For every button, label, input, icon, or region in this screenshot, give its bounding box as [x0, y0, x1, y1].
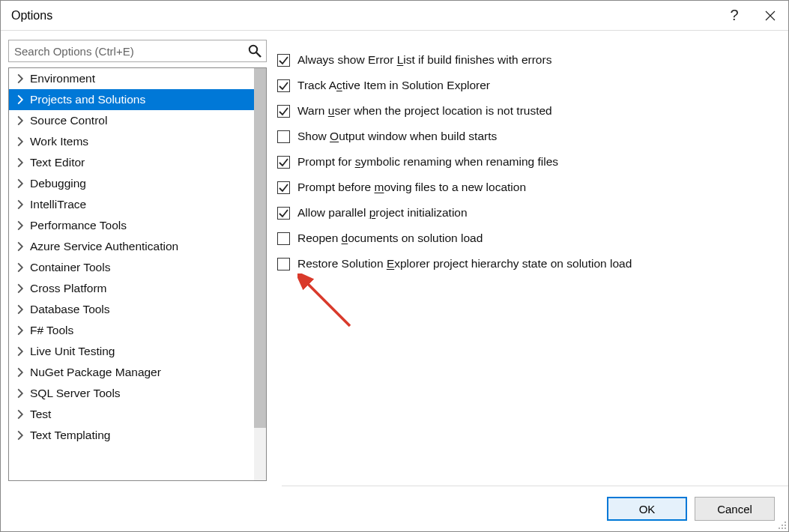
chevron-right-icon — [15, 136, 25, 147]
tree-item[interactable]: Cross Platform — [9, 278, 254, 299]
check-icon — [279, 183, 288, 193]
option-label[interactable]: Always show Error List if build finishes… — [297, 53, 551, 67]
tree-item[interactable]: Database Tools — [9, 299, 254, 320]
tree-item[interactable]: Source Control — [9, 110, 254, 131]
option-checkbox[interactable] — [277, 54, 290, 67]
tree-item-label: Projects and Solutions — [30, 93, 145, 106]
option-row: Always show Error List if build finishes… — [277, 47, 781, 73]
option-label[interactable]: Track Active Item in Solution Explorer — [297, 79, 490, 92]
tree-item[interactable]: Text Editor — [9, 152, 254, 173]
tree-item[interactable]: Projects and Solutions — [9, 89, 254, 110]
option-label[interactable]: Allow parallel project initialization — [297, 206, 468, 220]
titlebar: Options ? — [1, 1, 788, 31]
option-label[interactable]: Show Output window when build starts — [297, 130, 497, 143]
option-row: Track Active Item in Solution Explorer — [277, 73, 781, 98]
tree-item-label: F# Tools — [30, 324, 73, 337]
chevron-right-icon — [15, 346, 25, 357]
option-checkbox[interactable] — [277, 156, 290, 169]
tree-item-label: Azure Service Authentication — [30, 240, 178, 253]
tree-item[interactable]: Text Templating — [9, 425, 254, 446]
tree-item[interactable]: Azure Service Authentication — [9, 236, 254, 257]
chevron-right-icon — [15, 325, 25, 336]
tree-item-label: Test — [30, 408, 51, 421]
check-icon — [279, 157, 288, 167]
tree-item[interactable]: F# Tools — [9, 320, 254, 341]
search-wrapper — [8, 40, 267, 62]
tree-item[interactable]: Live Unit Testing — [9, 341, 254, 362]
chevron-right-icon — [15, 304, 25, 315]
option-label[interactable]: Prompt before moving files to a new loca… — [297, 181, 526, 194]
option-row: Prompt for symbolic renaming when renami… — [277, 149, 781, 175]
tree-item-label: Live Unit Testing — [30, 345, 115, 358]
tree-item-label: Work Items — [30, 135, 88, 148]
tree-item[interactable]: Environment — [9, 68, 254, 89]
search-input[interactable] — [8, 40, 267, 62]
ok-button[interactable]: OK — [607, 497, 687, 521]
dialog-title: Options — [1, 9, 716, 22]
tree-item-label: Text Editor — [30, 156, 85, 169]
option-label[interactable]: Restore Solution Explorer project hierar… — [297, 257, 632, 270]
option-checkbox[interactable] — [277, 232, 290, 245]
help-button[interactable]: ? — [716, 1, 752, 31]
tree-item-label: SQL Server Tools — [30, 387, 121, 400]
tree-item-label: Database Tools — [30, 303, 110, 316]
chevron-right-icon — [15, 430, 25, 441]
check-icon — [279, 55, 288, 65]
chevron-right-icon — [15, 94, 25, 105]
tree-item[interactable]: Debugging — [9, 173, 254, 194]
option-label[interactable]: Warn user when the project location is n… — [297, 104, 552, 118]
option-row: Reopen documents on solution load — [277, 226, 781, 251]
resize-grip-icon[interactable] — [776, 519, 787, 530]
option-checkbox[interactable] — [277, 79, 290, 92]
chevron-right-icon — [15, 220, 25, 231]
check-icon — [279, 106, 288, 116]
close-icon — [765, 10, 776, 21]
chevron-right-icon — [15, 241, 25, 252]
option-row: Show Output window when build starts — [277, 124, 781, 149]
cancel-button[interactable]: Cancel — [695, 497, 775, 521]
tree-item-label: IntelliTrace — [30, 198, 86, 211]
tree-item-label: Cross Platform — [30, 282, 107, 295]
check-icon — [279, 208, 288, 218]
chevron-right-icon — [15, 199, 25, 210]
svg-point-3 — [785, 522, 786, 523]
chevron-right-icon — [15, 388, 25, 399]
tree-item[interactable]: Work Items — [9, 131, 254, 152]
tree-item-label: Environment — [30, 72, 95, 85]
chevron-right-icon — [15, 115, 25, 126]
tree-item[interactable]: IntelliTrace — [9, 194, 254, 215]
scrollbar-thumb[interactable] — [254, 68, 266, 428]
close-button[interactable] — [752, 1, 788, 31]
tree-item[interactable]: Performance Tools — [9, 215, 254, 236]
svg-line-1 — [256, 52, 261, 57]
option-row: Warn user when the project location is n… — [277, 98, 781, 124]
options-dialog: Options ? EnvironmentProjects and Soluti… — [0, 0, 789, 532]
option-checkbox[interactable] — [277, 258, 290, 270]
check-icon — [279, 81, 288, 91]
option-row: Restore Solution Explorer project hierar… — [277, 251, 781, 276]
tree-item[interactable]: Test — [9, 404, 254, 425]
option-row: Allow parallel project initialization — [277, 200, 781, 226]
option-label[interactable]: Prompt for symbolic renaming when renami… — [297, 155, 558, 169]
tree-scrollbar[interactable] — [254, 68, 266, 480]
tree-item[interactable]: NuGet Package Manager — [9, 362, 254, 383]
chevron-right-icon — [15, 409, 25, 420]
option-checkbox[interactable] — [277, 105, 290, 118]
option-checkbox[interactable] — [277, 207, 290, 220]
svg-point-4 — [782, 525, 783, 526]
option-checkbox[interactable] — [277, 130, 290, 143]
category-tree[interactable]: EnvironmentProjects and SolutionsSource … — [8, 67, 267, 481]
tree-item[interactable]: Container Tools — [9, 257, 254, 278]
svg-point-0 — [250, 46, 257, 53]
content-area: EnvironmentProjects and SolutionsSource … — [1, 31, 788, 486]
tree-item-label: Performance Tools — [30, 219, 127, 232]
tree-item[interactable]: SQL Server Tools — [9, 383, 254, 404]
tree-item-label: NuGet Package Manager — [30, 366, 161, 379]
left-column: EnvironmentProjects and SolutionsSource … — [8, 40, 267, 481]
option-checkbox[interactable] — [277, 181, 290, 194]
tree-item-label: Debugging — [30, 177, 86, 190]
tree-item-label: Source Control — [30, 114, 107, 127]
svg-point-8 — [785, 528, 786, 529]
option-label[interactable]: Reopen documents on solution load — [297, 232, 483, 245]
chevron-right-icon — [15, 178, 25, 189]
